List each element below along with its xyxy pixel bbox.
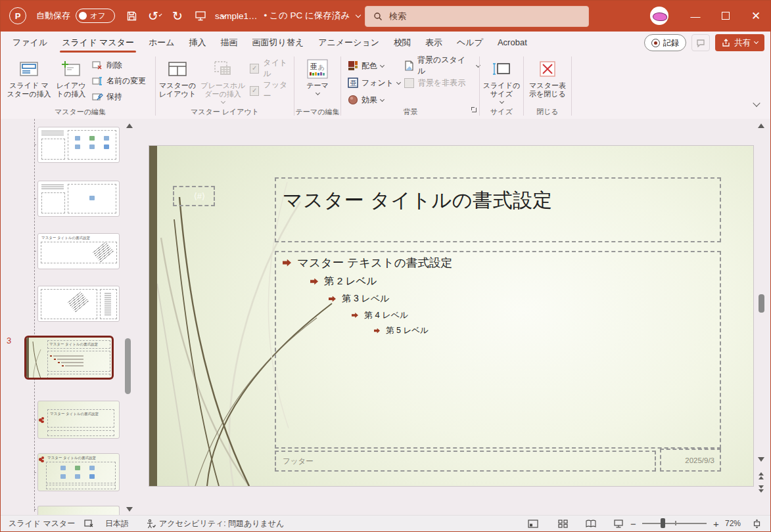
autosave-toggle[interactable]: 自動保存 オフ [36, 9, 115, 23]
title-bar: P 自動保存 オフ ↺ ↻ sample1… • この PC に保存済み [0, 0, 771, 32]
title-checkbox-icon: ✓ [250, 64, 259, 74]
scroll-down-icon[interactable] [756, 455, 766, 463]
scroll-up-icon[interactable] [756, 122, 766, 129]
tab-transitions[interactable]: 画面切り替え [245, 32, 312, 53]
zoom-slider[interactable] [642, 523, 707, 524]
comments-button[interactable] [691, 34, 710, 51]
colors-button[interactable]: 配色 [348, 57, 400, 74]
slide-master-canvas[interactable]: ⟨#⟩ マスター タイトルの書式設定 マスター テキストの書式設定 第 2 レベ… [149, 146, 753, 486]
close-master-view-button[interactable]: マスター表示を閉じる [526, 56, 569, 99]
maximize-button[interactable] [711, 0, 741, 32]
bullet-level-4: 第 4 レベル [352, 309, 408, 321]
master-layout-button[interactable]: マスターのレイアウト [158, 56, 197, 99]
zoom-tick-icon [675, 521, 676, 525]
document-title-area[interactable]: sample1… • この PC に保存済み [215, 0, 360, 32]
tab-file[interactable]: ファイル [5, 32, 55, 53]
powerpoint-app-icon[interactable]: P [9, 7, 26, 24]
minimize-button[interactable]: — [680, 0, 711, 32]
previous-slide-icon[interactable] [756, 471, 766, 480]
spell-check-icon [84, 519, 94, 528]
layout-thumbnail-1[interactable] [37, 127, 120, 163]
tab-home[interactable]: ホーム [141, 32, 182, 53]
colors-icon [348, 60, 358, 71]
zoom-out-button[interactable]: − [630, 516, 636, 531]
title-dropdown-chevron-icon [356, 12, 361, 17]
ribbon-tab-bar: ファイル スライド マスター ホーム 挿入 描画 画面切り替え アニメーション … [0, 32, 771, 53]
reading-view-button[interactable] [586, 516, 596, 531]
body-placeholder[interactable]: マスター テキストの書式設定 第 2 レベル 第 3 レベル 第 4 レベル 第… [275, 251, 721, 449]
fonts-button[interactable]: 亜 フォント [348, 74, 400, 91]
zoom-slider-thumb[interactable] [661, 518, 665, 528]
zoom-in-button[interactable]: + [713, 516, 719, 531]
accessibility-button[interactable]: アクセシビリティ: 問題ありません [146, 516, 284, 531]
bullet-level-2: 第 2 レベル [310, 275, 377, 288]
panel-scroll-up-icon[interactable] [124, 122, 135, 129]
zoom-level[interactable]: 72% [725, 516, 741, 531]
undo-icon[interactable]: ↺ [148, 9, 161, 22]
group-label-close: 閉じる [524, 107, 571, 117]
collapse-ribbon-chevron-icon[interactable] [753, 99, 760, 106]
delete-button[interactable]: 削除 [92, 57, 146, 73]
slide-size-button[interactable]: スライドのサイズ [482, 56, 521, 103]
save-icon[interactable] [125, 9, 138, 22]
layout-thumbnail-6[interactable]: マスター タイトルの書式設定 [37, 453, 120, 491]
rename-button[interactable]: 名前の変更 [92, 73, 146, 89]
search-input[interactable]: 検索 [365, 6, 589, 27]
share-button[interactable]: 共有 [715, 34, 764, 51]
slide-sorter-button[interactable] [558, 516, 568, 531]
tab-draw[interactable]: 描画 [214, 32, 245, 53]
layout-tree-line [34, 119, 35, 512]
redo-icon[interactable]: ↻ [171, 9, 184, 22]
master-layout-icon [168, 58, 187, 79]
tab-help[interactable]: ヘルプ [450, 32, 490, 53]
date-placeholder[interactable]: 2025/9/3 [660, 449, 721, 472]
delete-icon [92, 60, 103, 70]
insert-slide-master-button[interactable]: スライド マスターの挿入 [7, 56, 51, 99]
themes-button[interactable]: 亜あ テーマ [303, 56, 332, 95]
layout-thumbnail-3[interactable]: マスター タイトルの書式設定 [37, 233, 120, 269]
normal-view-button[interactable] [528, 516, 538, 531]
group-edit-master: スライド マスターの挿入 レイアウトの挿入 削除 名前の変更 [5, 53, 155, 119]
background-styles-button[interactable]: 背景のスタイル [404, 57, 480, 74]
tab-slide-master[interactable]: スライド マスター [55, 32, 141, 53]
panel-scrollbar-thumb[interactable] [125, 338, 131, 394]
scrollbar-thumb[interactable] [759, 294, 764, 313]
title-placeholder[interactable]: マスター タイトルの書式設定 [275, 177, 721, 242]
bullet-text: 第 4 レベル [364, 309, 408, 321]
toggle-knob-icon [79, 12, 87, 20]
layout-thumbnail-5[interactable]: マスター タイトルの書式設定 [37, 401, 120, 439]
preserve-button[interactable]: 保持 [92, 89, 146, 104]
next-slide-icon[interactable] [756, 484, 766, 493]
preserve-label: 保持 [106, 91, 122, 102]
layout-thumbnail-4[interactable] [37, 286, 120, 322]
start-slideshow-icon[interactable] [194, 9, 207, 22]
group-edit-theme: 亜あ テーマ テーマの編集 [294, 53, 340, 119]
layout-thumbnail-2[interactable] [37, 181, 120, 217]
spell-check-button[interactable] [84, 516, 94, 531]
save-status: • この PC に保存済み [264, 10, 350, 22]
footer-placeholder[interactable]: フッター [275, 451, 656, 472]
svg-text:あ: あ [318, 64, 325, 71]
bullet-text: 第 2 レベル [324, 275, 377, 288]
slide-sorter-icon [558, 520, 568, 528]
language-button[interactable]: 日本語 [105, 516, 129, 531]
panel-scroll-down-icon[interactable] [124, 505, 135, 513]
fit-to-window-button[interactable] [751, 516, 762, 531]
account-avatar[interactable] [650, 7, 668, 25]
layout-thumbnail-7-partial[interactable] [37, 506, 120, 516]
record-button[interactable]: 記録 [644, 34, 686, 51]
effects-button[interactable]: 効果 [348, 91, 400, 108]
insert-layout-button[interactable]: レイアウトの挿入 [53, 56, 89, 99]
tab-review[interactable]: 校閲 [386, 32, 418, 53]
slideshow-view-button[interactable] [613, 516, 624, 531]
tab-animations[interactable]: アニメーション [311, 32, 386, 53]
tab-insert[interactable]: 挿入 [182, 32, 214, 53]
tab-acrobat[interactable]: Acrobat [490, 32, 534, 53]
slide-number-placeholder[interactable]: ⟨#⟩ [173, 186, 215, 206]
autosave-switch[interactable]: オフ [76, 9, 115, 23]
date-text: 2025/9/3 [685, 456, 714, 464]
slide-master-thumbnail-selected[interactable]: マスター タイトルの書式設定 [24, 336, 114, 380]
rename-label: 名前の変更 [106, 76, 146, 87]
close-button[interactable]: ✕ [741, 0, 771, 32]
tab-view[interactable]: 表示 [418, 32, 450, 53]
